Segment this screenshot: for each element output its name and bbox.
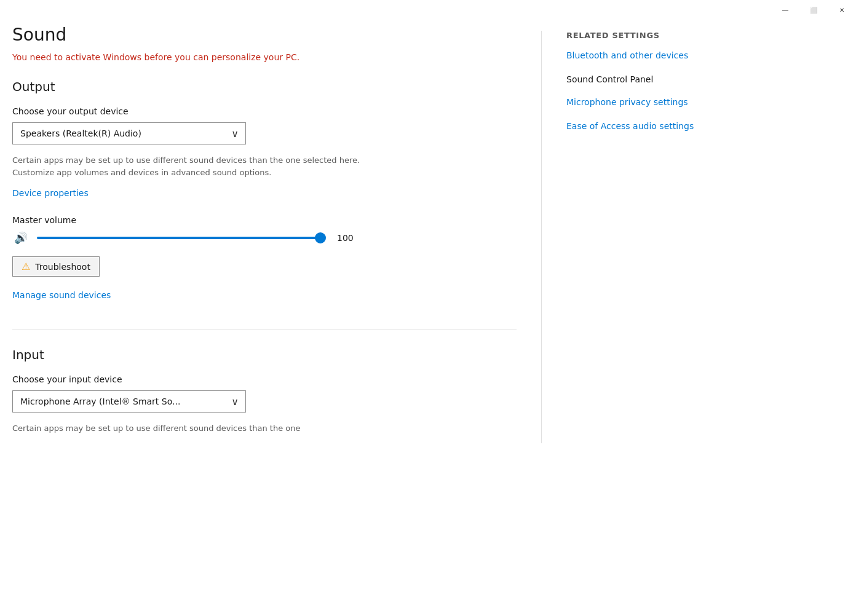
input-section: Input Choose your input device Microphon…	[12, 347, 517, 435]
troubleshoot-label: Troubleshoot	[35, 262, 90, 272]
sidebar-microphone-privacy-link[interactable]: Microphone privacy settings	[566, 97, 750, 109]
warning-icon: ⚠	[22, 261, 30, 272]
output-description: Certain apps may be set up to use differ…	[12, 154, 381, 178]
sidebar-sound-control-panel: Sound Control Panel	[566, 74, 750, 84]
output-heading: Output	[12, 79, 517, 94]
volume-thumb[interactable]	[315, 232, 326, 243]
sidebar-bluetooth-link[interactable]: Bluetooth and other devices	[566, 50, 750, 62]
sidebar-area: Related Settings Bluetooth and other dev…	[541, 31, 750, 443]
output-device-label: Choose your output device	[12, 106, 517, 116]
input-device-label: Choose your input device	[12, 374, 517, 384]
close-button[interactable]: ✕	[828, 0, 856, 20]
volume-row: 🔊 100	[12, 231, 517, 244]
volume-label: Master volume	[12, 215, 517, 225]
input-description: Certain apps may be set up to use differ…	[12, 422, 381, 435]
device-properties-link[interactable]: Device properties	[12, 188, 89, 198]
manage-sound-devices-link[interactable]: Manage sound devices	[12, 290, 111, 300]
volume-section: Master volume 🔊 100	[12, 215, 517, 244]
output-device-dropdown-wrapper: Speakers (Realtek(R) Audio) ∨	[12, 122, 246, 144]
sidebar-ease-of-access-link[interactable]: Ease of Access audio settings	[566, 120, 750, 133]
page-title: Sound	[12, 25, 517, 45]
troubleshoot-button[interactable]: ⚠ Troubleshoot	[12, 256, 100, 277]
activation-warning: You need to activate Windows before you …	[12, 52, 517, 62]
volume-slider-container[interactable]	[37, 232, 320, 244]
volume-track	[37, 237, 320, 239]
output-device-dropdown[interactable]: Speakers (Realtek(R) Audio)	[12, 122, 246, 144]
minimize-button[interactable]: —	[771, 0, 799, 20]
input-heading: Input	[12, 347, 517, 362]
restore-button[interactable]: ⬜	[799, 0, 828, 20]
input-device-dropdown[interactable]: Microphone Array (Intel® Smart So...	[12, 390, 246, 413]
volume-icon: 🔊	[12, 231, 30, 244]
volume-value: 100	[337, 233, 355, 243]
content-area: Sound You need to activate Windows befor…	[12, 25, 541, 443]
output-section: Output Choose your output device Speaker…	[12, 79, 517, 312]
section-divider	[12, 330, 517, 330]
input-device-dropdown-wrapper: Microphone Array (Intel® Smart So... ∨	[12, 390, 246, 413]
title-bar: — ⬜ ✕	[771, 0, 856, 20]
main-layout: Sound You need to activate Windows befor…	[0, 0, 856, 468]
related-settings-heading: Related Settings	[566, 31, 750, 40]
